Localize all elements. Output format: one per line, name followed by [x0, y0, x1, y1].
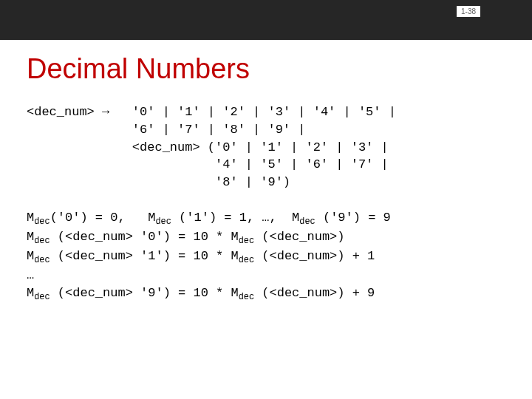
grammar-line-2: <dec_num> ('0' | '1' | '2' | '3' |	[132, 140, 389, 154]
slide-title: Decimal Numbers	[27, 53, 250, 85]
sem-line-3: Mdec (<dec_num> '1') = 10 * Mdec (<dec_n…	[27, 249, 375, 263]
grammar-line-1: '6' | '7' | '8' | '9' |	[132, 123, 306, 137]
sem-line-1: Mdec('0') = 0, Mdec ('1') = 1, …, Mdec (…	[27, 211, 391, 225]
grammar-line-0: '0' | '1' | '2' | '3' | '4' | '5' |	[132, 105, 396, 119]
page-number: 1-38	[457, 6, 480, 17]
slide: 1-38 Decimal Numbers <dec_num> → '0' | '…	[0, 0, 532, 399]
grammar-line-3: '4' | '5' | '6' | '7' |	[132, 157, 389, 171]
grammar-line-4: '8' | '9')	[132, 175, 290, 189]
sem-line-2: Mdec (<dec_num> '0') = 10 * Mdec (<dec_n…	[27, 230, 345, 244]
sem-ellipsis: …	[27, 268, 34, 282]
sem-line-last: Mdec (<dec_num> '9') = 10 * Mdec (<dec_n…	[27, 286, 375, 300]
grammar-arrow: →	[102, 105, 109, 119]
grammar-lhs: <dec_num>	[27, 105, 95, 119]
slide-body: <dec_num> → '0' | '1' | '2' | '3' | '4' …	[27, 103, 505, 304]
topbar	[0, 0, 532, 40]
